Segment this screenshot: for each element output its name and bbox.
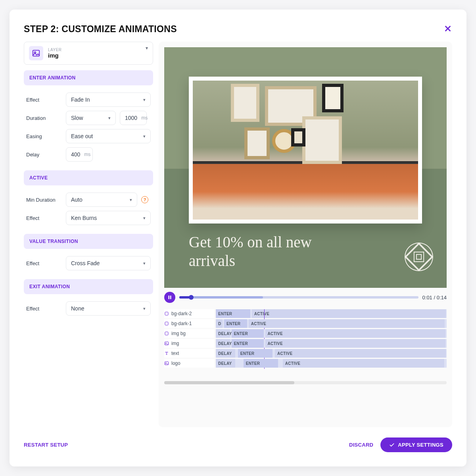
timeline-row-label: img <box>164 339 214 348</box>
enter-delay-input[interactable]: 400 ms <box>66 147 93 162</box>
vt-effect-value: Cross Fade <box>71 260 100 266</box>
seek-track[interactable] <box>179 296 418 299</box>
vt-effect-select[interactable]: Cross Fade ▾ <box>66 256 151 270</box>
timeline-row[interactable]: imgDELAYENTERACTIVE <box>164 339 447 348</box>
timeline-segment-enter[interactable]: ENTER <box>216 309 250 318</box>
timeline-segment-active[interactable]: ACTIVE <box>275 349 446 358</box>
restart-setup-button[interactable]: RESTART SETUP <box>24 442 68 448</box>
svg-rect-5 <box>416 254 421 259</box>
enter-easing-select[interactable]: Ease out ▾ <box>66 129 151 143</box>
timeline-row-label: logo <box>164 359 214 368</box>
chevron-down-icon: ▾ <box>130 197 132 202</box>
svg-rect-8 <box>165 312 168 315</box>
timeline-segment-delay[interactable]: DELAY <box>216 329 230 338</box>
apply-settings-label: APPLY SETTINGS <box>398 442 443 448</box>
timeline-row-label: bg-dark-2 <box>164 309 214 318</box>
active-min-duration-value: Auto <box>71 197 83 203</box>
ms-unit: ms <box>141 115 148 121</box>
timeline-track[interactable]: DELAYENTERACTIVE <box>216 329 447 338</box>
active-effect-select[interactable]: Ken Burns ▾ <box>66 211 151 225</box>
layer-selector-value: img <box>48 52 62 59</box>
section-enter-animation: ENTER ANIMATION <box>24 70 153 85</box>
customize-animations-modal: STEP 2: CUSTOMIZE ANIMATIONS LAYER img ▾… <box>10 10 466 466</box>
timeline-track[interactable]: DELAYENTERACTIVE <box>216 349 447 358</box>
timeline-segment-delay[interactable]: DELAY <box>216 339 230 348</box>
timeline-segment-active[interactable]: ACTIVE <box>252 309 446 318</box>
layer-selector-label: LAYER <box>48 48 62 52</box>
timeline-segment-enter[interactable]: ENTER <box>232 339 264 348</box>
timeline-track[interactable]: DENTERACTIVE <box>216 319 447 328</box>
active-effect-label: Effect <box>26 215 62 221</box>
timeline-row-label: bg-dark-1 <box>164 319 214 328</box>
player-time: 0:01 / 0:14 <box>422 295 447 301</box>
timeline-row[interactable]: bg-dark-1DENTERACTIVE <box>164 319 447 328</box>
enter-effect-select[interactable]: Fade In ▾ <box>66 93 151 107</box>
timeline-row[interactable]: logoDELAYENTERACTIVE <box>164 359 447 368</box>
timeline-segment-delay[interactable]: DELAY <box>216 349 235 358</box>
timeline-segment-delay[interactable]: DELAY <box>216 359 235 368</box>
active-min-duration-label: Min Duration <box>26 197 62 203</box>
scrollbar-thumb[interactable] <box>164 381 294 384</box>
layer-selector[interactable]: LAYER img ▾ <box>24 42 153 65</box>
close-button[interactable] <box>443 24 452 35</box>
timeline-row-name: text <box>171 351 179 356</box>
seek-thumb[interactable] <box>189 295 194 300</box>
timeline-segment-active[interactable]: ACTIVE <box>283 359 444 368</box>
timeline-segment-enter[interactable]: ENTER <box>224 319 247 328</box>
preview-image-frame <box>189 77 422 224</box>
pause-button[interactable] <box>164 292 175 303</box>
preview-panel: Get 10% on all new arrivals <box>159 42 452 427</box>
timeline-segment-active[interactable]: ACTIVE <box>249 319 445 328</box>
timeline-row-label: img bg <box>164 329 214 338</box>
section-active: ACTIVE <box>24 170 153 185</box>
enter-duration-ms-value: 1000 <box>125 115 137 121</box>
vt-effect-label: Effect <box>26 260 62 266</box>
chevron-down-icon: ▾ <box>146 45 148 51</box>
value-transition-fields: Effect Cross Fade ▾ <box>24 254 153 274</box>
section-exit-animation: EXIT ANIMATION <box>24 279 153 294</box>
enter-duration-ms-input[interactable]: 1000 ms <box>120 111 147 125</box>
animation-controls-panel: LAYER img ▾ ENTER ANIMATION Effect Fade … <box>24 42 153 427</box>
timeline-segment-active[interactable]: ACTIVE <box>265 329 445 338</box>
discard-button[interactable]: DISCARD <box>349 442 373 448</box>
enter-delay-value: 400 <box>71 151 80 158</box>
image-icon <box>164 341 169 346</box>
timeline-segment-enter[interactable]: ENTER <box>244 359 278 368</box>
active-min-duration-select[interactable]: Auto ▾ <box>66 193 137 207</box>
enter-duration-label: Duration <box>26 115 62 121</box>
timeline-track[interactable]: ENTERACTIVE <box>216 309 447 318</box>
preview-logo <box>404 242 434 272</box>
timeline-row-name: img bg <box>171 331 186 336</box>
apply-settings-button[interactable]: APPLY SETTINGS <box>380 437 452 452</box>
timeline-segment-d[interactable]: D <box>216 319 223 328</box>
timeline-scrollbar[interactable] <box>164 381 447 384</box>
timeline-segment-active[interactable]: ACTIVE <box>265 339 445 348</box>
timeline-row-label: text <box>164 349 214 358</box>
svg-rect-0 <box>33 50 40 56</box>
timeline-row[interactable]: textDELAYENTERACTIVE <box>164 349 447 358</box>
timeline-row[interactable]: bg-dark-2ENTERACTIVE <box>164 309 447 318</box>
pause-icon <box>167 295 172 300</box>
enter-easing-label: Easing <box>26 133 62 139</box>
chevron-down-icon: ▾ <box>143 216 146 221</box>
timeline-segment-enter[interactable]: ENTER <box>238 349 273 358</box>
timeline-track[interactable]: DELAYENTERACTIVE <box>216 359 447 368</box>
svg-rect-6 <box>169 296 170 299</box>
help-icon[interactable]: ? <box>141 196 148 203</box>
timeline-segment-enter[interactable]: ENTER <box>232 329 264 338</box>
text-icon <box>164 351 169 356</box>
svg-rect-13 <box>165 362 169 365</box>
svg-rect-10 <box>165 332 168 335</box>
timeline-track[interactable]: DELAYENTERACTIVE <box>216 339 447 348</box>
exit-effect-select[interactable]: None ▾ <box>66 301 151 316</box>
exit-effect-label: Effect <box>26 306 62 312</box>
timeline-row-name: img <box>171 341 179 346</box>
square-icon <box>164 331 169 336</box>
enter-duration-select[interactable]: Slow ▾ <box>66 111 116 125</box>
chevron-down-icon: ▾ <box>108 116 111 121</box>
timeline-row[interactable]: img bgDELAYENTERACTIVE <box>164 329 447 338</box>
svg-rect-7 <box>170 296 171 299</box>
square-icon <box>164 321 169 326</box>
svg-point-2 <box>405 243 433 271</box>
svg-rect-11 <box>165 342 169 345</box>
